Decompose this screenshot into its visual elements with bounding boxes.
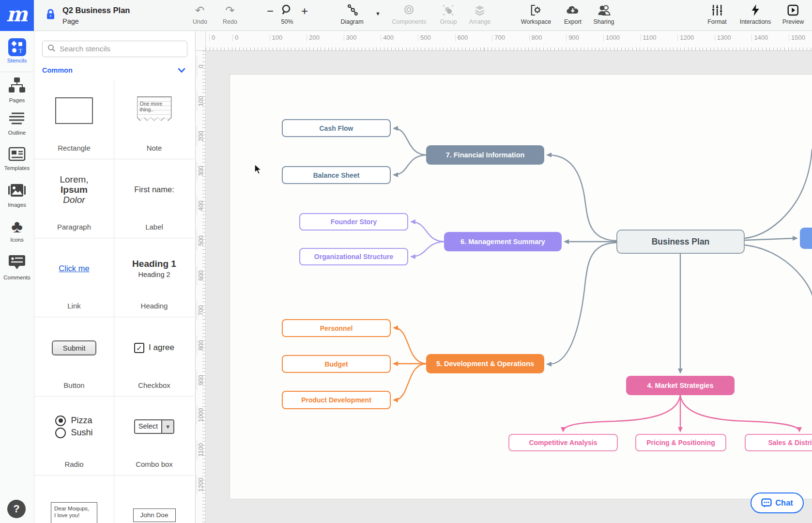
- stencil-heading[interactable]: Heading 1 Heading 2 Heading: [114, 238, 194, 317]
- zoom-in-button[interactable]: +: [301, 4, 308, 18]
- diagram-node-balance-sheet[interactable]: Balance Sheet: [282, 166, 391, 184]
- arrange-icon: [474, 3, 486, 17]
- arrange-button[interactable]: Arrange: [469, 3, 490, 25]
- search-icon: [47, 44, 56, 54]
- stencil-radio[interactable]: Pizza Sushi Radio: [34, 397, 114, 476]
- page-name[interactable]: Page: [62, 16, 130, 27]
- diagram-node-untitled-blue[interactable]: [800, 228, 812, 249]
- ruler-label: 400: [381, 34, 394, 41]
- ruler-label: 1000: [603, 34, 620, 41]
- ruler-label: 500: [418, 34, 431, 41]
- group-button[interactable]: Group: [440, 3, 457, 25]
- stencil-checkbox[interactable]: ✓ I agree Checkbox: [114, 318, 194, 397]
- stencil-combobox[interactable]: Select ▼ Combo box: [114, 397, 194, 476]
- sidebar-item-templates[interactable]: Templates: [0, 146, 34, 171]
- stencil-rectangle[interactable]: Rectangle: [34, 80, 114, 159]
- diagram-node-founder-story[interactable]: Founder Story: [299, 213, 408, 231]
- magnifier-icon: [281, 3, 293, 17]
- vertical-ruler: 0100200300400500600700800900100011001200: [196, 51, 206, 523]
- stencil-note[interactable]: One more thing.. Note: [114, 80, 194, 159]
- preview-play-icon: [787, 3, 799, 17]
- stencil-text-input[interactable]: John Doe: [114, 476, 194, 523]
- redo-icon: ↷: [225, 3, 234, 17]
- diagram-node-sales-distribution[interactable]: Sales & Distribution: [745, 434, 812, 451]
- moqups-app: m Q2 Business Plan Page ↶ Undo ↷ Redo −: [0, 0, 812, 523]
- interactions-button[interactable]: Interactions: [740, 3, 771, 25]
- diagram-node-competitive-analysis[interactable]: Competitive Analysis: [508, 434, 618, 451]
- diagram-node-management-summary[interactable]: 6. Management Summary: [444, 232, 562, 251]
- combobox-thumb: Select ▼: [134, 419, 174, 434]
- export-cloud-icon: [566, 3, 580, 17]
- moqups-logo[interactable]: m: [0, 0, 34, 31]
- document-title[interactable]: Q2 Business Plan: [62, 4, 130, 16]
- sidebar-item-icons[interactable]: ♣ Icons: [0, 218, 34, 243]
- export-button[interactable]: Export: [564, 3, 582, 25]
- input-thumb: John Doe: [133, 508, 176, 522]
- components-button[interactable]: Components: [392, 3, 427, 25]
- stencil-paragraph[interactable]: Lorem, Ipsum Dolor Paragraph: [34, 159, 114, 238]
- diagram-node-product-development[interactable]: Product Development: [282, 391, 391, 409]
- ruler-label: 1200: [677, 34, 694, 41]
- horizontal-ruler: 0010020030040050060070080090010001100120…: [206, 31, 812, 51]
- sidebar-item-outline[interactable]: Outline: [0, 111, 34, 136]
- diagram-tool-button[interactable]: Diagram: [340, 3, 363, 25]
- chat-bubble-icon: [761, 498, 772, 508]
- document-title-block[interactable]: Q2 Business Plan Page: [62, 4, 130, 27]
- ruler-label: 700: [197, 301, 204, 320]
- images-icon: [8, 182, 26, 200]
- ruler-label: 0: [209, 34, 215, 41]
- ruler-label: 1400: [751, 34, 768, 41]
- stencil-button[interactable]: Submit Button: [34, 318, 114, 397]
- diagram-node-pricing-positioning[interactable]: Pricing & Positioning: [635, 434, 726, 451]
- section-header-common[interactable]: Common: [42, 66, 187, 77]
- note-thumb: One more thing..: [137, 96, 172, 124]
- undo-button[interactable]: ↶ Undo: [193, 3, 207, 25]
- format-button[interactable]: Format: [707, 3, 727, 25]
- search-input[interactable]: [60, 45, 176, 53]
- ruler-label: 0: [197, 57, 204, 76]
- stencil-search[interactable]: [42, 41, 187, 57]
- diagram-node-market-strategies[interactable]: 4. Market Strategies: [626, 376, 735, 395]
- ruler-label: 200: [306, 34, 320, 41]
- ruler-label: 1100: [641, 34, 657, 41]
- diagram-node-cash-flow[interactable]: Cash Flow: [282, 119, 391, 137]
- diagram-dropdown-caret[interactable]: ▼: [375, 11, 381, 16]
- ruler-label: 1500: [789, 34, 805, 41]
- ruler-label: 1000: [197, 405, 204, 425]
- preview-button[interactable]: Preview: [782, 3, 804, 25]
- workspace-button[interactable]: Workspace: [521, 3, 551, 25]
- lock-icon[interactable]: [46, 9, 55, 22]
- diagram-node-personnel[interactable]: Personnel: [282, 319, 391, 337]
- diagram-node-business-plan[interactable]: Business Plan: [616, 230, 745, 254]
- canvas-viewport[interactable]: Cash FlowBalance Sheet7. Financial Infor…: [206, 51, 812, 523]
- stencil-link[interactable]: Click me Link: [34, 238, 114, 317]
- ruler-label: 600: [455, 34, 468, 41]
- diagram-node-development-operations[interactable]: 5. Development & Operations: [426, 354, 544, 373]
- sidebar-item-pages[interactable]: Pages: [0, 77, 34, 103]
- stencil-label[interactable]: First name: Label: [114, 159, 194, 238]
- zoom-level-button[interactable]: 50%: [281, 3, 293, 25]
- diagram-node-financial-information[interactable]: 7. Financial Information: [426, 145, 544, 165]
- components-icon: [403, 3, 415, 17]
- format-sliders-icon: [711, 3, 723, 17]
- redo-button[interactable]: ↷ Redo: [223, 3, 237, 25]
- ruler-label: 400: [197, 196, 204, 215]
- diagram-node-organizational-structure[interactable]: Organizational Structure: [299, 248, 408, 265]
- ruler-label: 900: [197, 370, 204, 390]
- chat-button[interactable]: Chat: [751, 492, 804, 513]
- stencil-textarea[interactable]: Dear Moqups, I love you!: [34, 476, 114, 523]
- ruler-label: 700: [492, 34, 505, 41]
- ruler-label: 300: [197, 161, 204, 181]
- sidebar-item-stencils[interactable]: T Stencils: [0, 38, 34, 63]
- svg-text:T: T: [18, 47, 22, 54]
- comment-bubble-icon: [8, 254, 26, 273]
- sidebar-item-images[interactable]: Images: [0, 182, 34, 208]
- ruler-label: 0: [232, 34, 238, 41]
- zoom-out-button[interactable]: −: [267, 4, 274, 18]
- help-button[interactable]: ?: [7, 500, 26, 518]
- sidebar-item-comments[interactable]: Comments: [0, 254, 34, 280]
- diagram-node-budget[interactable]: Budget: [282, 355, 391, 373]
- sharing-button[interactable]: Sharing: [593, 3, 614, 25]
- group-icon: [443, 3, 454, 17]
- canvas-area: 0010020030040050060070080090010001100120…: [196, 31, 812, 523]
